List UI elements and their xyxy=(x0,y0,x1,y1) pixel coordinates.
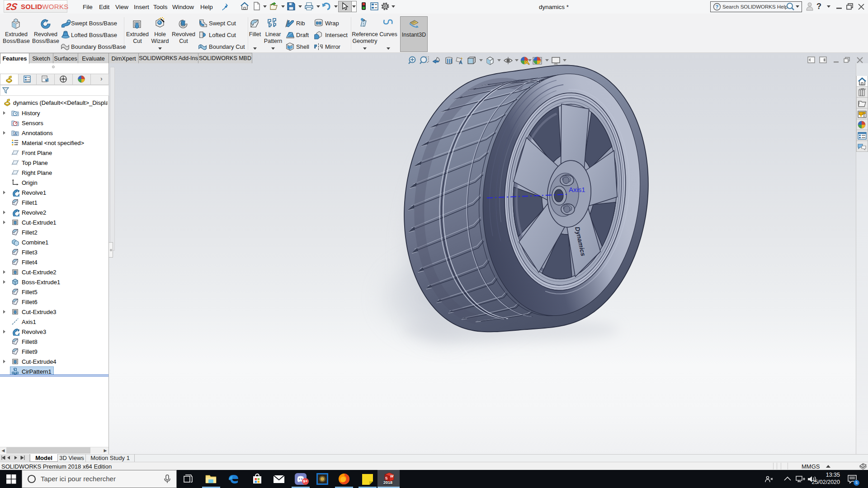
svg-text:A: A xyxy=(14,132,16,136)
svg-text:W: W xyxy=(390,474,394,479)
svg-text:Axis1: Axis1 xyxy=(569,186,585,193)
svg-text:2S: 2S xyxy=(6,1,19,11)
svg-text:S: S xyxy=(385,476,388,481)
svg-text:A: A xyxy=(459,60,462,65)
svg-text:?: ? xyxy=(716,4,719,9)
